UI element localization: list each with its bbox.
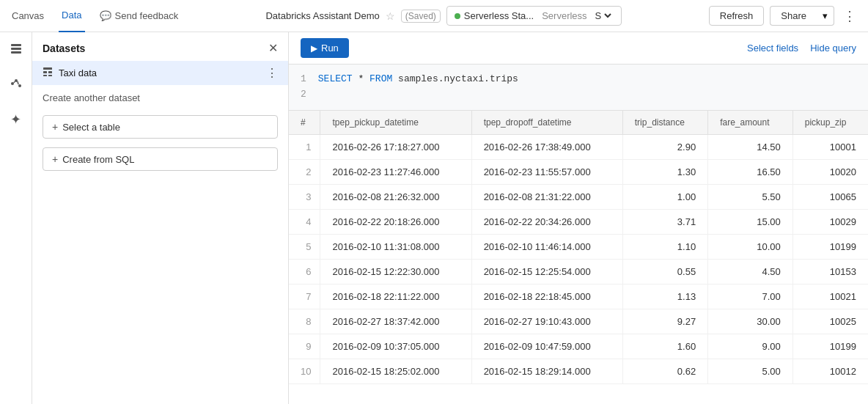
table-cell-r5-c3: 2016-02-10 11:46:14.000: [471, 234, 622, 259]
run-label: Run: [321, 43, 339, 54]
line-number-2: 2: [301, 87, 306, 103]
table-cell-r3-c2: 2016-02-08 21:26:32.000: [320, 184, 471, 209]
table-cell-r8-c1: 8: [289, 309, 320, 334]
share-group: Share ▾: [770, 6, 834, 26]
col-header-dropoff: tpep_dropoff_datetime: [471, 111, 622, 135]
sql-content-1: SELECT * FROM samples.nyctaxi.trips: [318, 72, 518, 87]
table-row: 22016-02-23 11:27:46.0002016-02-23 11:55…: [289, 159, 868, 184]
tab-data[interactable]: Data: [59, 0, 84, 32]
svg-rect-1: [11, 48, 21, 50]
table-cell-r4-c6: 10029: [792, 209, 868, 234]
more-options-button[interactable]: ⋮: [840, 8, 859, 24]
col-header-num: #: [289, 111, 320, 135]
close-icon[interactable]: ✕: [268, 41, 278, 55]
table-cell-r6-c5: 4.50: [708, 259, 793, 284]
header-row: # tpep_pickup_datetime tpep_dropoff_date…: [289, 111, 868, 135]
plus-icon: +: [52, 121, 58, 133]
table-cell-r3-c4: 1.00: [622, 184, 707, 209]
svg-rect-8: [43, 67, 52, 70]
svg-rect-2: [11, 51, 21, 54]
select-fields-link[interactable]: Select fields: [747, 43, 798, 54]
table-cell-r7-c5: 7.00: [708, 284, 793, 309]
svg-rect-0: [11, 44, 21, 46]
table-cell-r6-c4: 0.55: [622, 259, 707, 284]
star-icon[interactable]: ☆: [386, 10, 395, 22]
col-header-fare: fare_amount: [708, 111, 793, 135]
send-feedback-button[interactable]: 💬 Send feedback: [100, 10, 179, 21]
table-cell-r3-c3: 2016-02-08 21:31:22.000: [471, 184, 622, 209]
data-table-wrapper[interactable]: # tpep_pickup_datetime tpep_dropoff_date…: [289, 111, 868, 404]
serverless-status-dot: [455, 13, 460, 19]
dataset-more-button[interactable]: ⋮: [266, 66, 278, 80]
topbar: Canvas Data 💬 Send feedback Databricks A…: [0, 0, 868, 32]
sql-keyword-select: SELECT: [318, 73, 353, 84]
table-cell-r4-c2: 2016-02-22 20:18:26.000: [320, 209, 471, 234]
col-header-zip: pickup_zip: [792, 111, 868, 135]
main-layout: ✦ Datasets ✕ Taxi data ⋮: [0, 32, 868, 404]
svg-rect-11: [43, 75, 47, 76]
table-cell-r8-c3: 2016-02-27 19:10:43.000: [471, 309, 622, 334]
svg-line-6: [14, 81, 15, 83]
table-cell-r8-c5: 30.00: [708, 309, 793, 334]
table-cell-r2-c6: 10020: [792, 159, 868, 184]
select-table-button[interactable]: + Select a table: [43, 115, 278, 139]
sidebar: Datasets ✕ Taxi data ⋮ Create another da…: [32, 32, 289, 404]
table-cell-r8-c4: 9.27: [622, 309, 707, 334]
create-dataset-link[interactable]: Create another dataset: [32, 85, 288, 111]
dataset-item-taxi[interactable]: Taxi data ⋮: [32, 61, 288, 85]
dataset-item-left: Taxi data: [43, 67, 97, 79]
select-table-label: Select a table: [62, 122, 120, 133]
sparkle-icon[interactable]: ✦: [6, 107, 26, 132]
serverless-button[interactable]: Serverless Sta... Serverless S: [446, 6, 622, 26]
datasets-icon[interactable]: [5, 38, 27, 64]
table-cell-r6-c1: 6: [289, 259, 320, 284]
share-chevron-button[interactable]: ▾: [817, 6, 834, 26]
hide-query-link[interactable]: Hide query: [810, 43, 856, 54]
table-cell-r7-c2: 2016-02-18 22:11:22.000: [320, 284, 471, 309]
table-cell-r4-c1: 4: [289, 209, 320, 234]
svg-rect-12: [48, 75, 52, 76]
table-cell-r2-c5: 16.50: [708, 159, 793, 184]
table-cell-r9-c4: 1.60: [622, 334, 707, 359]
sql-keyword-from: FROM: [369, 73, 392, 84]
graph-icon[interactable]: [5, 73, 27, 98]
table-cell-r3-c6: 10065: [792, 184, 868, 209]
run-button[interactable]: ▶ Run: [301, 38, 349, 58]
table-cell-r10-c3: 2016-02-15 18:29:14.000: [471, 359, 622, 383]
serverless-select[interactable]: S: [592, 10, 614, 22]
svg-line-7: [18, 81, 18, 84]
table-row: 72016-02-18 22:11:22.0002016-02-18 22:18…: [289, 284, 868, 309]
col-header-distance: trip_distance: [622, 111, 707, 135]
sidebar-title: Datasets: [43, 43, 85, 54]
data-table: # tpep_pickup_datetime tpep_dropoff_date…: [289, 111, 868, 384]
table-cell-r5-c1: 5: [289, 234, 320, 259]
tab-canvas[interactable]: Canvas: [9, 0, 47, 32]
table-row: 102016-02-15 18:25:02.0002016-02-15 18:2…: [289, 359, 868, 383]
topbar-left: Canvas Data 💬 Send feedback: [9, 0, 178, 32]
table-cell-r9-c6: 10199: [792, 334, 868, 359]
table-cell-r7-c6: 10021: [792, 284, 868, 309]
table-cell-r9-c3: 2016-02-09 10:47:59.000: [471, 334, 622, 359]
col-header-pickup: tpep_pickup_datetime: [320, 111, 471, 135]
sql-line-2: 2: [301, 87, 856, 103]
sql-editor[interactable]: 1 SELECT * FROM samples.nyctaxi.trips 2: [289, 65, 868, 111]
svg-rect-10: [48, 71, 52, 73]
table-cell-r2-c2: 2016-02-23 11:27:46.000: [320, 159, 471, 184]
table-row: 32016-02-08 21:26:32.0002016-02-08 21:31…: [289, 184, 868, 209]
create-from-sql-button[interactable]: + Create from SQL: [43, 147, 278, 171]
table-cell-r5-c6: 10199: [792, 234, 868, 259]
table-row: 12016-02-26 17:18:27.0002016-02-26 17:38…: [289, 134, 868, 159]
left-icon-rail: ✦: [0, 32, 32, 404]
topbar-center: Databricks Assistant Demo ☆ (Saved) Serv…: [178, 6, 708, 26]
table-cell-r9-c2: 2016-02-09 10:37:05.000: [320, 334, 471, 359]
table-cell-r10-c1: 10: [289, 359, 320, 383]
table-cell-r7-c4: 1.13: [622, 284, 707, 309]
share-button[interactable]: Share: [770, 6, 817, 26]
table-cell-r1-c5: 14.50: [708, 134, 793, 159]
table-cell-r5-c2: 2016-02-10 11:31:08.000: [320, 234, 471, 259]
play-icon: ▶: [311, 43, 317, 54]
table-row: 52016-02-10 11:31:08.0002016-02-10 11:46…: [289, 234, 868, 259]
refresh-button[interactable]: Refresh: [709, 6, 765, 26]
feedback-icon: 💬: [100, 10, 111, 21]
table-cell-r8-c2: 2016-02-27 18:37:42.000: [320, 309, 471, 334]
